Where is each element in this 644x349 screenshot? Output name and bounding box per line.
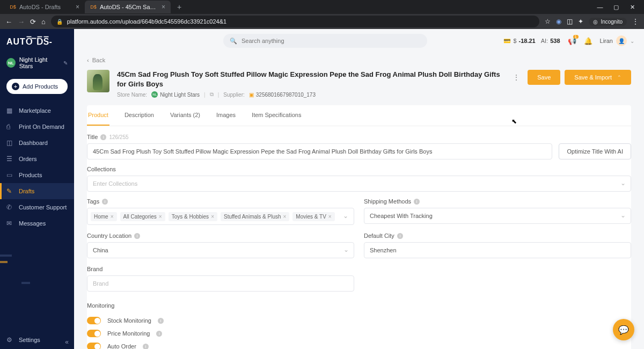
tab-product[interactable]: Product [87,105,109,126]
incognito-badge: ◎ Incognito [589,18,627,26]
info-icon[interactable]: i [143,344,149,349]
extension-icon[interactable]: ◫ [567,18,573,25]
user-name: Liran [600,38,613,44]
extension-icon[interactable]: ◉ [556,18,561,25]
collections-input[interactable] [87,176,631,192]
close-window-icon[interactable]: ✕ [628,4,636,11]
tag-chip: Home× [91,212,117,221]
save-button[interactable]: Save [528,70,560,85]
product-tabs: Product Description Variants (2) Images … [87,105,631,126]
remove-tag-icon[interactable]: × [283,214,287,220]
back-icon[interactable]: ← [5,18,12,26]
tab-description[interactable]: Description [123,105,155,126]
url-field[interactable]: 🔒 platform.autods.com/upload/664b9dc5455… [51,16,540,27]
edit-icon[interactable]: ✎ [63,60,68,66]
more-actions-icon[interactable]: ⋮ [509,73,523,82]
title-char-count: 126/255 [109,134,128,140]
info-icon[interactable]: i [156,331,162,337]
marketplace-icon: ▦ [6,107,14,114]
balance-display: 💳 $-18.21 AI:538 [503,38,560,45]
info-icon[interactable]: i [102,199,108,205]
close-icon[interactable]: × [162,3,165,11]
sidebar: AUTO̅ ̅D̅S̅- NL Night Light Stars ✎ + Ad… [0,29,74,349]
stock-monitoring-toggle[interactable] [87,317,101,324]
auto-order-toggle[interactable] [87,343,101,349]
search-icon: 🔍 [230,38,237,45]
collapse-sidebar-icon[interactable]: « [65,338,69,346]
monitoring-heading: Monitoring [87,302,631,309]
supplier-icon: ▣ [249,92,254,98]
chevron-down-icon: ⌄ [630,38,634,44]
sidebar-item-settings[interactable]: ⚙ Settings [0,331,74,349]
star-icon[interactable]: ☆ [545,18,551,25]
puzzle-icon[interactable]: ✦ [578,18,583,25]
sidebar-item-marketplace[interactable]: ▦Marketplace [0,103,74,119]
remove-tag-icon[interactable]: × [328,214,332,220]
sidebar-item-products[interactable]: ▭Products [0,167,74,183]
tab-variants[interactable]: Variants (2) [169,105,201,126]
home-icon[interactable]: ⌂ [41,18,46,26]
store-name: Night Light Stars [19,56,60,69]
title-input[interactable] [87,143,552,159]
store-profile[interactable]: NL Night Light Stars ✎ [0,52,74,74]
product-header: 45Cm Sad Frog Plush Toy Soft Stuffed Pil… [74,64,644,105]
gear-icon: ⚙ [6,336,14,344]
sidebar-item-drafts[interactable]: ✎Drafts [0,183,74,199]
browser-tab[interactable]: D$ AutoDS - Drafts × [4,1,85,13]
messages-icon: ✉ [6,220,14,227]
remove-tag-icon[interactable]: × [159,214,162,220]
browser-tab-active[interactable]: D$ AutoDS - 45Cm Sad Frog Plush × [85,1,171,13]
copy-icon[interactable]: ⧉ [210,91,214,98]
add-products-button[interactable]: + Add Products [6,79,68,94]
tag-chip: Movies & TV× [292,212,334,221]
remove-tag-icon[interactable]: × [111,214,114,220]
info-icon[interactable]: i [414,199,420,205]
store-value: NL Night Light Stars [151,91,200,98]
announcements-icon[interactable]: 📢1 [568,37,576,45]
save-import-button[interactable]: Save & Import ⌃ [565,70,631,85]
back-button[interactable]: ‹ Back [87,57,105,63]
address-bar: ← → ⟳ ⌂ 🔒 platform.autods.com/upload/664… [0,14,644,29]
tags-input[interactable]: Home× All Categories× Toys & Hobbies× St… [87,208,354,225]
search-input[interactable]: 🔍 [223,34,427,48]
tag-chip: All Categories× [120,212,165,221]
shipping-select[interactable] [364,208,631,224]
sidebar-item-messages[interactable]: ✉Messages [0,215,74,231]
close-icon[interactable]: × [76,3,79,11]
store-avatar-icon: NL [6,58,16,68]
city-input[interactable] [364,242,631,258]
notifications-icon[interactable]: 🔔 [584,37,592,45]
info-icon[interactable]: i [134,233,140,239]
search-field[interactable] [241,38,421,44]
optimize-title-button[interactable]: Optimize Title With AI [559,143,631,159]
page-title: 45Cm Sad Frog Plush Toy Soft Stuffed Pil… [117,70,502,89]
sidebar-item-customer-support[interactable]: ✆Customer Support [0,199,74,215]
user-menu[interactable]: Liran 👤 ⌄ [600,35,634,46]
dashboard-icon: ◫ [6,139,14,147]
info-icon[interactable]: i [397,233,403,239]
country-select[interactable] [87,242,354,258]
tab-images[interactable]: Images [215,105,237,126]
chevron-left-icon: ‹ [87,57,89,63]
forward-icon: → [18,18,25,26]
tab-favicon-icon: D$ [10,4,16,10]
maximize-icon[interactable]: ▢ [612,4,620,11]
brand-input[interactable] [87,275,354,292]
minimize-icon[interactable]: — [596,4,604,11]
price-monitoring-toggle[interactable] [87,330,101,337]
reload-icon[interactable]: ⟳ [30,18,36,26]
sidebar-item-print-on-demand[interactable]: ⎙Print On Demand [0,119,74,135]
logo: AUTO̅ ̅D̅S̅- [0,29,74,52]
chat-fab[interactable]: 💬 [613,319,634,340]
card-icon: 💳 [503,38,511,45]
stock-monitoring-row: Stock Monitoring i [87,314,631,327]
tab-item-specifications[interactable]: Item Specifications [251,105,302,126]
sidebar-item-dashboard[interactable]: ◫Dashboard [0,135,74,151]
remove-tag-icon[interactable]: × [211,214,214,220]
menu-icon[interactable]: ⋮ [632,18,639,25]
info-icon[interactable]: i [158,318,164,324]
info-icon[interactable]: i [100,134,106,140]
sidebar-item-orders[interactable]: ☰Orders [0,151,74,167]
incognito-icon: ◎ [593,19,598,25]
new-tab-button[interactable]: + [174,2,185,12]
